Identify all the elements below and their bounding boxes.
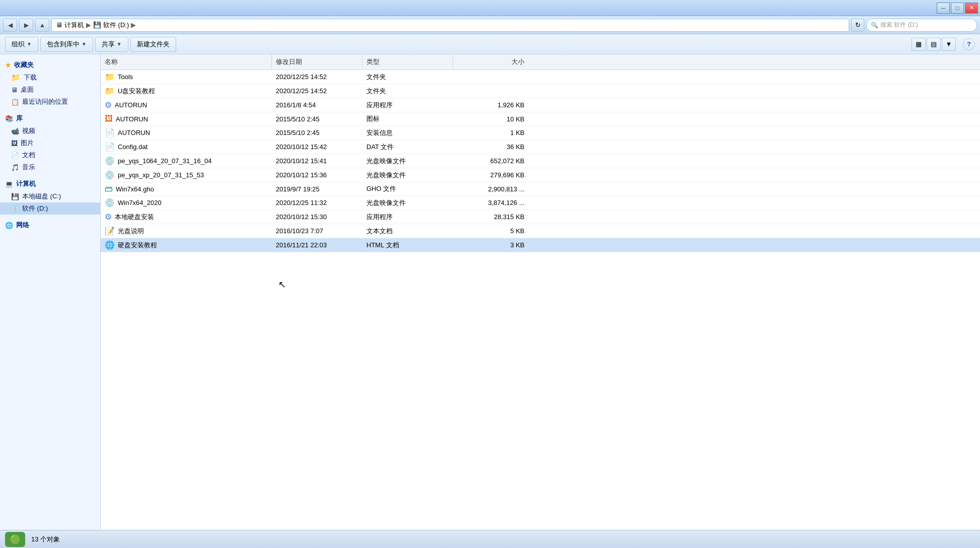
share-arrow-icon: ▼ bbox=[117, 41, 122, 47]
sidebar-software-d-label: 软件 (D:) bbox=[22, 204, 48, 213]
refresh-button[interactable]: ↻ bbox=[851, 19, 864, 32]
sidebar-item-download[interactable]: 📁 下载 bbox=[0, 72, 100, 84]
breadcrumb-computer-icon: 🖥 bbox=[56, 21, 62, 29]
table-row[interactable]: ⚙ 本地硬盘安装 2020/10/12 15:30 应用程序 28,315 KB bbox=[101, 210, 980, 224]
file-name: 硬盘安装教程 bbox=[118, 241, 157, 250]
sidebar-item-image[interactable]: 🖼 图片 bbox=[0, 137, 100, 149]
sidebar-download-label: 下载 bbox=[24, 73, 37, 82]
sidebar-item-video[interactable]: 📹 视频 bbox=[0, 125, 100, 137]
table-row[interactable]: 💿 pe_yqs_1064_20_07_31_16_04 2020/10/12 … bbox=[101, 154, 980, 168]
sidebar-section-network: 🌐 网络 bbox=[0, 219, 100, 232]
help-button[interactable]: ? bbox=[963, 38, 975, 50]
back-button[interactable]: ◀ bbox=[3, 19, 17, 32]
table-row[interactable]: 🗃 Win7x64.gho 2019/9/7 19:25 GHO 文件 2,90… bbox=[101, 182, 980, 196]
share-button[interactable]: 共享 ▼ bbox=[95, 37, 128, 52]
table-row[interactable]: ⚙ AUTORUN 2016/1/8 4:54 应用程序 1,926 KB bbox=[101, 98, 980, 112]
breadcrumb-computer[interactable]: 计算机 bbox=[64, 21, 84, 30]
table-row[interactable]: 💿 Win7x64_2020 2020/12/25 11:32 光盘映像文件 3… bbox=[101, 196, 980, 210]
file-size bbox=[453, 75, 529, 79]
sidebar-item-recent[interactable]: 📋 最近访问的位置 bbox=[0, 96, 100, 108]
include-button[interactable]: 包含到库中 ▼ bbox=[40, 37, 93, 52]
recent-icon: 📋 bbox=[11, 98, 19, 106]
table-row[interactable]: 📁 U盘安装教程 2020/12/25 14:52 文件夹 bbox=[101, 84, 980, 98]
sidebar-favorites-header[interactable]: ★ 收藏夹 bbox=[0, 58, 100, 72]
breadcrumb-sep: ▶ bbox=[86, 21, 91, 29]
table-row[interactable]: 📝 光盘说明 2016/10/23 7:07 文本文档 5 KB bbox=[101, 224, 980, 238]
view-toggle-button[interactable]: ▦ bbox=[912, 38, 926, 51]
sidebar-local-c-label: 本地磁盘 (C:) bbox=[22, 192, 61, 201]
statusbar: 🟢 13 个对象 bbox=[0, 530, 980, 548]
file-type: DAT 文件 bbox=[362, 141, 453, 154]
table-row[interactable]: 📁 Tools 2020/12/25 14:52 文件夹 bbox=[101, 70, 980, 84]
new-folder-button[interactable]: 新建文件夹 bbox=[130, 37, 176, 52]
sidebar-section-library: 📚 库 📹 视频 🖼 图片 📄 文档 🎵 音乐 bbox=[0, 112, 100, 173]
up-button[interactable]: ▲ bbox=[35, 19, 49, 32]
sidebar-item-software-d[interactable]: 💿 软件 (D:) bbox=[0, 202, 100, 215]
view-toggle-button2[interactable]: ▤ bbox=[927, 38, 941, 51]
maximize-button[interactable]: □ bbox=[951, 3, 964, 14]
file-name: 光盘说明 bbox=[118, 227, 144, 236]
file-type-icon: ⚙ bbox=[105, 212, 112, 222]
sidebar-item-desktop[interactable]: 🖥 桌面 bbox=[0, 84, 100, 96]
file-type: 文本文档 bbox=[362, 225, 453, 238]
library-icon: 📚 bbox=[5, 115, 13, 122]
folder-icon: 📁 bbox=[11, 73, 21, 82]
file-name: pe_yqs_1064_20_07_31_16_04 bbox=[118, 157, 212, 165]
file-name: U盘安装教程 bbox=[118, 87, 155, 96]
col-date-header[interactable]: 修改日期 bbox=[272, 54, 362, 70]
table-row[interactable]: 📄 AUTORUN 2015/5/10 2:45 安装信息 1 KB bbox=[101, 126, 980, 140]
help-icon: ? bbox=[967, 40, 971, 48]
file-size: 1,926 KB bbox=[453, 99, 529, 111]
sidebar-item-doc[interactable]: 📄 文档 bbox=[0, 149, 100, 161]
search-bar[interactable]: 🔍 搜索 软件 (D:) bbox=[866, 19, 977, 32]
table-row[interactable]: 💿 pe_yqs_xp_20_07_31_15_53 2020/10/12 15… bbox=[101, 168, 980, 182]
file-type: 光盘映像文件 bbox=[362, 196, 453, 210]
col-type-header[interactable]: 类型 bbox=[362, 54, 453, 70]
sidebar-doc-label: 文档 bbox=[22, 151, 35, 160]
file-name: AUTORUN bbox=[118, 129, 150, 136]
search-icon: 🔍 bbox=[871, 22, 878, 29]
video-icon: 📹 bbox=[11, 127, 19, 135]
file-type: 安装信息 bbox=[362, 126, 453, 140]
file-date: 2019/9/7 19:25 bbox=[272, 183, 362, 195]
breadcrumb[interactable]: 🖥 计算机 ▶ 💾 软件 (D:) ▶ bbox=[51, 19, 849, 32]
file-name: 本地硬盘安装 bbox=[115, 213, 154, 222]
sidebar-item-music[interactable]: 🎵 音乐 bbox=[0, 161, 100, 173]
sidebar-section-favorites: ★ 收藏夹 📁 下载 🖥 桌面 📋 最近访问的位置 bbox=[0, 58, 100, 108]
file-size: 1 KB bbox=[453, 127, 529, 139]
close-button[interactable]: ✕ bbox=[965, 3, 978, 14]
titlebar: ─ □ ✕ bbox=[0, 0, 980, 16]
table-row[interactable]: 🖼 AUTORUN 2015/5/10 2:45 图标 10 KB bbox=[101, 112, 980, 126]
file-size: 28,315 KB bbox=[453, 211, 529, 223]
file-date: 2020/10/12 15:30 bbox=[272, 211, 362, 223]
breadcrumb-drive-icon: 💾 bbox=[93, 21, 101, 29]
file-type-icon: 🖼 bbox=[105, 114, 113, 123]
drive-d-icon: 💿 bbox=[11, 205, 19, 213]
col-name-header[interactable]: 名称 bbox=[101, 54, 272, 70]
minimize-button[interactable]: ─ bbox=[937, 3, 950, 14]
view-dropdown-icon: ▼ bbox=[946, 40, 952, 48]
file-type-icon: 💿 bbox=[105, 156, 115, 166]
sidebar-computer-header[interactable]: 💻 计算机 bbox=[0, 177, 100, 190]
file-size: 36 KB bbox=[453, 141, 529, 153]
table-row[interactable]: 📄 Config.dat 2020/10/12 15:42 DAT 文件 36 … bbox=[101, 140, 980, 154]
sidebar-item-local-c[interactable]: 💾 本地磁盘 (C:) bbox=[0, 190, 100, 202]
sidebar-network-header[interactable]: 🌐 网络 bbox=[0, 219, 100, 232]
up-icon: ▲ bbox=[39, 22, 45, 29]
new-folder-label: 新建文件夹 bbox=[137, 40, 170, 49]
file-name: Tools bbox=[118, 73, 133, 81]
image-icon: 🖼 bbox=[11, 140, 18, 147]
addressbar: ◀ ▶ ▲ 🖥 计算机 ▶ 💾 软件 (D:) ▶ ↻ 🔍 搜索 软件 (D:) bbox=[0, 16, 980, 34]
view-dropdown-button[interactable]: ▼ bbox=[942, 38, 956, 51]
organize-button[interactable]: 组织 ▼ bbox=[5, 37, 38, 52]
file-type-icon: 📁 bbox=[105, 72, 115, 82]
breadcrumb-drive[interactable]: 软件 (D:) bbox=[103, 21, 129, 30]
file-size: 652,072 KB bbox=[453, 155, 529, 167]
file-type: GHO 文件 bbox=[362, 182, 453, 195]
sidebar-library-header[interactable]: 📚 库 bbox=[0, 112, 100, 125]
col-size-header[interactable]: 大小 bbox=[453, 54, 529, 70]
table-row[interactable]: 🌐 硬盘安装教程 2016/11/21 22:03 HTML 文档 3 KB bbox=[101, 238, 980, 252]
file-type-icon: ⚙ bbox=[105, 100, 112, 110]
forward-button[interactable]: ▶ bbox=[19, 19, 33, 32]
file-size: 279,696 KB bbox=[453, 169, 529, 181]
